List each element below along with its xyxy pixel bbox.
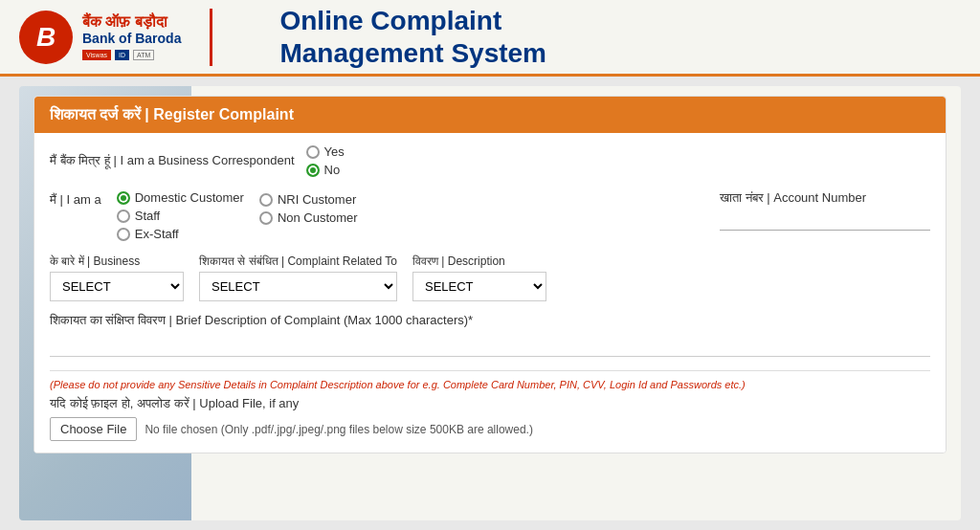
complaint-related-dropdown-group: शिकायत से संबंधित | Complaint Related To…: [199, 254, 397, 301]
complaint-related-label: शिकायत से संबंधित | Complaint Related To: [199, 254, 397, 268]
dropdowns-row: के बारे में | Business SELECT शिकायत से …: [50, 254, 930, 301]
choose-file-button[interactable]: Choose File: [50, 417, 137, 441]
iam-row: मैं | I am a Domestic Customer Staff Ex-…: [50, 190, 930, 241]
brief-description-section: शिकायत का संक्षिप्त विवरण | Brief Descri…: [50, 313, 930, 371]
iam-left-options: Domestic Customer Staff Ex-Staff: [117, 190, 244, 241]
form-header-hindi: शिकायत दर्ज करें: [50, 106, 141, 122]
form-container: शिकायत दर्ज करें | Register Complaint मै…: [33, 96, 947, 453]
title-line1: Online Complaint Management System: [279, 5, 546, 69]
iam-domestic-option[interactable]: Domestic Customer: [117, 190, 244, 205]
form-body: मैं बैंक मित्र हूं | I am a Business Cor…: [34, 133, 946, 453]
iam-exstaff-option[interactable]: Ex-Staff: [117, 227, 244, 241]
form-header: शिकायत दर्ज करें | Register Complaint: [34, 97, 946, 133]
iam-label: मैं | I am a: [50, 192, 101, 208]
bc-label: मैं बैंक मित्र हूं | I am a Business Cor…: [50, 153, 295, 168]
upload-label: यदि कोई फ़ाइल हो, अपलोड करें | Upload Fi…: [50, 396, 930, 411]
header-title: Online Complaint Management System: [279, 5, 546, 69]
badge-viswas: Viswas: [82, 50, 111, 60]
main-content: शिकायत दर्ज करें | Register Complaint मै…: [19, 86, 961, 520]
upload-row: Choose File No file chosen (Only .pdf/.j…: [50, 417, 930, 441]
account-field: खाता नंबर | Account Number: [720, 190, 930, 231]
iam-noncustomer-option[interactable]: Non Customer: [259, 210, 358, 225]
bank-name-hindi: बैंक ऑफ़ बड़ौदा: [82, 13, 181, 31]
iam-noncustomer-radio[interactable]: [259, 211, 273, 225]
iam-exstaff-radio[interactable]: [117, 228, 130, 241]
bank-name: बैंक ऑफ़ बड़ौदा Bank of Baroda Viswas ID…: [82, 13, 181, 60]
iam-noncustomer-label: Non Customer: [278, 210, 358, 225]
bc-no-option[interactable]: No: [306, 163, 345, 177]
bc-row: मैं बैंक मित्र हूं | I am a Business Cor…: [50, 144, 930, 177]
iam-nri-radio[interactable]: [259, 193, 273, 207]
logo-area: B बैंक ऑफ़ बड़ौदा Bank of Baroda Viswas …: [19, 5, 546, 69]
badge-atm: ATM: [133, 50, 154, 60]
bc-no-radio[interactable]: [306, 164, 320, 177]
bc-yes-option[interactable]: Yes: [306, 144, 345, 159]
bc-yes-radio[interactable]: [306, 145, 320, 159]
form-header-separator: |: [145, 106, 153, 122]
iam-exstaff-label: Ex-Staff: [135, 227, 179, 241]
header: B बैंक ऑफ़ बड़ौदा Bank of Baroda Viswas …: [0, 0, 980, 77]
description-select[interactable]: SELECT: [412, 272, 546, 301]
iam-staff-radio[interactable]: [117, 210, 130, 223]
bc-yes-label: Yes: [324, 144, 345, 159]
iam-nri-label: NRI Customer: [278, 192, 356, 207]
bc-no-label: No: [324, 163, 341, 177]
bank-name-english: Bank of Baroda: [82, 31, 181, 46]
badge-id: ID: [115, 50, 129, 60]
business-dropdown-group: के बारे में | Business SELECT: [50, 254, 184, 301]
iam-domestic-radio[interactable]: [117, 191, 130, 205]
bank-badges: Viswas ID ATM: [82, 50, 181, 60]
no-file-text: No file chosen (Only .pdf/.jpg/.jpeg/.pn…: [145, 423, 533, 436]
brief-desc-input[interactable]: [50, 334, 930, 357]
iam-staff-option[interactable]: Staff: [117, 209, 244, 223]
description-dropdown-label: विवरण | Description: [412, 254, 546, 268]
account-input[interactable]: [720, 210, 930, 231]
form-header-english: Register Complaint: [153, 106, 294, 122]
iam-right-options: NRI Customer Non Customer: [259, 192, 358, 225]
header-divider: [210, 9, 212, 66]
separator: [50, 370, 930, 371]
description-dropdown-group: विवरण | Description SELECT: [412, 254, 546, 301]
bank-logo: B: [19, 11, 73, 64]
business-label: के बारे में | Business: [50, 254, 184, 268]
business-select[interactable]: SELECT: [50, 272, 184, 301]
bc-radio-group: Yes No: [306, 144, 345, 177]
iam-nri-option[interactable]: NRI Customer: [259, 192, 358, 207]
iam-domestic-label: Domestic Customer: [135, 190, 244, 205]
complaint-related-select[interactable]: SELECT: [199, 272, 397, 301]
warning-text: (Please do not provide any Sensitive Det…: [50, 379, 930, 390]
account-label: खाता नंबर | Account Number: [720, 190, 930, 206]
iam-staff-label: Staff: [135, 209, 161, 223]
brief-desc-label: शिकायत का संक्षिप्त विवरण | Brief Descri…: [50, 313, 930, 328]
